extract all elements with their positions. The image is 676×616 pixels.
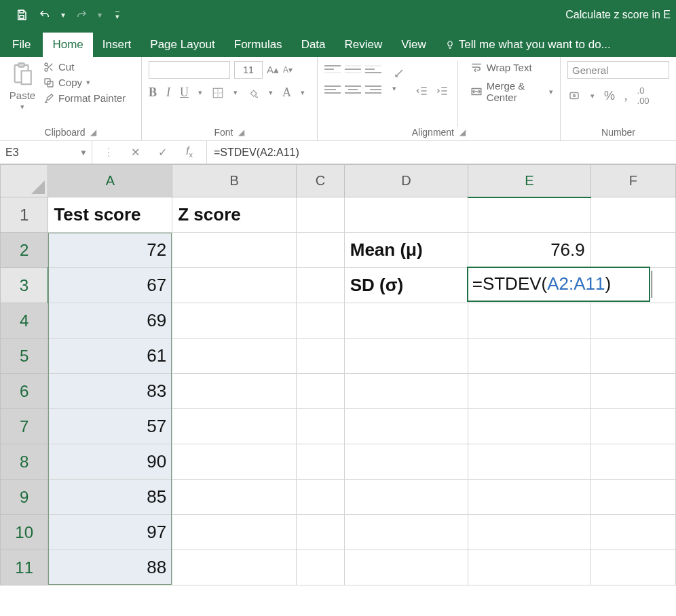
font-name-dropdown[interactable]: [149, 61, 230, 79]
font-size-dropdown[interactable]: 11: [234, 61, 263, 79]
col-header-A[interactable]: A: [48, 165, 172, 197]
tab-formulas[interactable]: Formulas: [225, 33, 292, 57]
increase-font-icon[interactable]: A▴: [267, 64, 279, 76]
select-all-corner[interactable]: [1, 165, 48, 197]
col-header-F[interactable]: F: [590, 165, 675, 197]
cell-D1[interactable]: [344, 197, 468, 233]
accounting-format-button[interactable]: [567, 90, 581, 102]
col-header-D[interactable]: D: [344, 165, 468, 197]
cell-E2[interactable]: 76.9: [468, 233, 591, 268]
name-box-dropdown-icon[interactable]: ▼: [79, 148, 88, 157]
format-painter-button[interactable]: Format Painter: [43, 92, 126, 104]
cell-B11[interactable]: [172, 550, 297, 585]
row-header-5[interactable]: 5: [1, 339, 48, 374]
tab-review[interactable]: Review: [335, 33, 392, 57]
cell-B5[interactable]: [172, 339, 297, 374]
tell-me-search[interactable]: Tell me what you want to do...: [436, 33, 620, 57]
align-bottom-button[interactable]: [365, 61, 381, 77]
cell-A7[interactable]: 57: [48, 409, 172, 444]
row-header-10[interactable]: 10: [1, 515, 48, 550]
fill-dropdown-icon[interactable]: ▾: [269, 88, 273, 97]
align-right-button[interactable]: [365, 81, 381, 98]
cell-C6[interactable]: [297, 374, 345, 409]
cell-C11[interactable]: [297, 550, 345, 585]
cell-D10[interactable]: [344, 515, 468, 550]
cell-F7[interactable]: [590, 409, 675, 444]
cell-D8[interactable]: [344, 444, 468, 480]
increase-decimal-button[interactable]: .0.00: [637, 85, 650, 106]
row-header-1[interactable]: 1: [1, 197, 48, 233]
cell-A3[interactable]: 67: [48, 268, 172, 303]
italic-button[interactable]: I: [166, 85, 170, 100]
alignment-launcher-icon[interactable]: ◢: [459, 128, 466, 137]
font-color-dropdown-icon[interactable]: ▾: [301, 88, 305, 97]
cell-B8[interactable]: [172, 444, 297, 480]
cell-B3[interactable]: [172, 268, 297, 303]
borders-dropdown-icon[interactable]: ▾: [233, 88, 238, 97]
row-header-4[interactable]: 4: [1, 303, 48, 339]
cell-C3[interactable]: [297, 268, 345, 303]
redo-icon[interactable]: [75, 8, 88, 22]
underline-dropdown-icon[interactable]: ▾: [198, 88, 202, 97]
cell-E1[interactable]: [468, 197, 591, 233]
percent-format-button[interactable]: %: [604, 89, 615, 103]
cell-B6[interactable]: [172, 374, 297, 409]
redo-dropdown-icon[interactable]: ▾: [98, 10, 102, 20]
cancel-edit-button[interactable]: ✕: [129, 146, 141, 159]
cell-D4[interactable]: [344, 303, 468, 339]
row-header-2[interactable]: 2: [1, 233, 48, 268]
align-top-button[interactable]: [324, 61, 341, 77]
cell-D7[interactable]: [344, 409, 468, 444]
cell-C10[interactable]: [297, 515, 345, 550]
cell-E4[interactable]: [468, 303, 591, 339]
cell-A9[interactable]: 85: [48, 480, 172, 515]
cell-E11[interactable]: [468, 550, 591, 585]
tab-home[interactable]: Home: [43, 33, 92, 57]
orientation-button[interactable]: [392, 66, 406, 80]
comma-format-button[interactable]: ,: [624, 89, 628, 103]
orientation-dropdown-icon[interactable]: ▾: [392, 84, 406, 93]
cell-F9[interactable]: [590, 480, 675, 515]
row-header-7[interactable]: 7: [1, 409, 48, 444]
cell-E9[interactable]: [468, 480, 591, 515]
name-box[interactable]: E3 ▼: [0, 141, 92, 163]
cell-D3[interactable]: SD (σ): [344, 268, 468, 303]
cell-C8[interactable]: [297, 444, 345, 480]
cell-F11[interactable]: [590, 550, 675, 585]
font-color-button[interactable]: A: [282, 85, 291, 100]
decrease-indent-button[interactable]: [415, 84, 429, 98]
wrap-text-button[interactable]: Wrap Text: [470, 61, 553, 73]
number-format-dropdown[interactable]: General: [567, 61, 669, 79]
cell-D11[interactable]: [344, 550, 468, 585]
cell-A4[interactable]: 69: [48, 303, 172, 339]
cell-A1[interactable]: Test score: [48, 197, 172, 233]
cell-D6[interactable]: [344, 374, 468, 409]
bold-button[interactable]: B: [149, 85, 157, 100]
cell-B2[interactable]: [172, 233, 297, 268]
underline-button[interactable]: U: [180, 85, 189, 100]
cell-B1[interactable]: Z score: [172, 197, 297, 233]
tab-file[interactable]: File: [0, 33, 43, 57]
cell-A8[interactable]: 90: [48, 444, 172, 480]
font-launcher-icon[interactable]: ◢: [238, 128, 244, 137]
cell-C7[interactable]: [297, 409, 345, 444]
cell-F1[interactable]: [590, 197, 675, 233]
tab-view[interactable]: View: [392, 33, 436, 57]
cell-D2[interactable]: Mean (μ): [344, 233, 468, 268]
cell-E10[interactable]: [468, 515, 591, 550]
increase-indent-button[interactable]: [436, 84, 449, 98]
row-header-9[interactable]: 9: [1, 480, 48, 515]
undo-icon[interactable]: [38, 8, 52, 22]
cell-C5[interactable]: [297, 339, 345, 374]
cell-B10[interactable]: [172, 515, 297, 550]
merge-center-button[interactable]: Merge & Center ▾: [470, 80, 553, 103]
row-header-3[interactable]: 3: [1, 268, 48, 303]
qat-customize-icon[interactable]: ▾: [115, 12, 119, 19]
cell-A10[interactable]: 97: [48, 515, 172, 550]
cell-F8[interactable]: [590, 444, 675, 480]
cell-F6[interactable]: [590, 374, 675, 409]
cell-E8[interactable]: [468, 444, 591, 480]
cell-C2[interactable]: [297, 233, 345, 268]
tab-insert[interactable]: Insert: [93, 33, 141, 57]
cell-editor[interactable]: =STDEV(A2:A11): [467, 267, 651, 302]
